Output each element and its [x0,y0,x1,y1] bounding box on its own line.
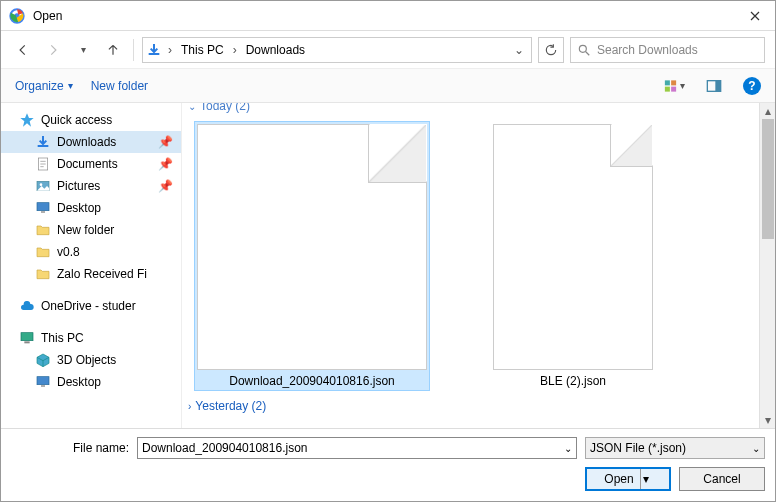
svg-rect-8 [715,80,720,91]
document-icon [35,156,51,172]
search-input[interactable]: Search Downloads [570,37,765,63]
file-label: BLE (2).json [540,374,606,388]
chevron-down-icon[interactable]: ⌄ [564,443,572,454]
svg-point-11 [40,183,43,186]
svg-rect-13 [41,211,45,212]
sidebar-downloads[interactable]: Downloads📌 [1,131,181,153]
close-button[interactable] [735,1,775,31]
file-item-selected[interactable]: Download_200904010816.json [194,121,430,391]
sidebar-newfolder[interactable]: New folder [1,219,181,241]
file-icon [493,124,653,370]
sidebar-documents[interactable]: Documents📌 [1,153,181,175]
chrome-icon [9,8,25,24]
recent-dropdown[interactable]: ▾ [71,38,95,62]
sidebar-3d-objects[interactable]: 3D Objects [1,349,181,371]
search-icon [577,43,591,57]
svg-rect-6 [671,86,676,91]
file-icon [197,124,427,370]
star-icon [19,112,35,128]
view-thumbnails-button[interactable]: ▾ [663,75,685,97]
toolbar: Organize▾ New folder ▾ ? [1,69,775,103]
breadcrumb-drop[interactable]: ⌄ [509,43,529,57]
svg-rect-12 [37,203,49,211]
desktop-icon [35,200,51,216]
svg-rect-17 [41,385,45,386]
svg-rect-14 [21,333,33,341]
sidebar: Quick access Downloads📌 Documents📌 Pictu… [1,103,181,428]
breadcrumb[interactable]: › This PC › Downloads ⌄ [142,37,532,63]
sidebar-desktop2[interactable]: Desktop [1,371,181,393]
chevron-right-icon[interactable]: › [230,43,240,57]
chevron-right-icon[interactable]: › [165,43,175,57]
file-pane: ⌄Today (2) Download_200904010816.json BL… [181,103,759,428]
title-bar: Open [1,1,775,31]
sidebar-onedrive[interactable]: OneDrive - studer [1,295,181,317]
new-folder-button[interactable]: New folder [91,79,148,93]
sidebar-v08[interactable]: v0.8 [1,241,181,263]
sidebar-zalo[interactable]: Zalo Received Fi [1,263,181,285]
svg-rect-5 [665,86,670,91]
up-button[interactable] [101,38,125,62]
folder-icon [35,222,51,238]
pin-icon: 📌 [158,135,173,149]
breadcrumb-current[interactable]: Downloads [242,43,309,57]
help-button[interactable]: ? [743,77,761,95]
downloads-icon [145,41,163,59]
file-item[interactable]: BLE (2).json [490,121,656,391]
cancel-button[interactable]: Cancel [679,467,765,491]
nav-bar: ▾ › This PC › Downloads ⌄ Search Downloa… [1,31,775,69]
forward-button[interactable] [41,38,65,62]
footer: File name: Download_200904010816.json⌄ J… [1,428,775,501]
pictures-icon [35,178,51,194]
nav-separator [133,39,134,61]
folder-icon [35,266,51,282]
desktop-icon [35,374,51,390]
preview-pane-button[interactable] [703,75,725,97]
refresh-button[interactable] [538,37,564,63]
svg-point-2 [579,45,586,52]
breadcrumb-root[interactable]: This PC [177,43,228,57]
folder-icon [35,244,51,260]
chevron-down-icon[interactable]: ⌄ [752,443,760,454]
svg-rect-16 [37,377,49,385]
scroll-down-button[interactable]: ▾ [760,412,776,428]
pc-icon [19,330,35,346]
open-button[interactable]: Open▾ [585,467,671,491]
group-yesterday[interactable]: ›Yesterday (2) [188,397,749,417]
cloud-icon [19,298,35,314]
sidebar-thispc[interactable]: This PC [1,327,181,349]
svg-rect-15 [24,341,29,343]
back-button[interactable] [11,38,35,62]
sidebar-quick-access[interactable]: Quick access [1,109,181,131]
cube-icon [35,352,51,368]
pin-icon: 📌 [158,157,173,171]
scroll-thumb[interactable] [762,119,774,239]
search-placeholder: Search Downloads [597,43,698,57]
sidebar-pictures[interactable]: Pictures📌 [1,175,181,197]
file-label: Download_200904010816.json [229,374,394,388]
scroll-up-button[interactable]: ▴ [760,103,776,119]
svg-rect-4 [671,80,676,85]
filename-input[interactable]: Download_200904010816.json⌄ [137,437,577,459]
pin-icon: 📌 [158,179,173,193]
organize-button[interactable]: Organize▾ [15,79,73,93]
filename-label: File name: [11,441,129,455]
sidebar-desktop[interactable]: Desktop [1,197,181,219]
svg-rect-3 [665,80,670,85]
window-title: Open [33,9,743,23]
scrollbar-vertical[interactable]: ▴ ▾ [759,103,775,428]
open-split-dropdown[interactable]: ▾ [640,469,652,489]
group-today[interactable]: ⌄Today (2) [188,103,749,117]
filetype-select[interactable]: JSON File (*.json)⌄ [585,437,765,459]
downloads-icon [35,134,51,150]
